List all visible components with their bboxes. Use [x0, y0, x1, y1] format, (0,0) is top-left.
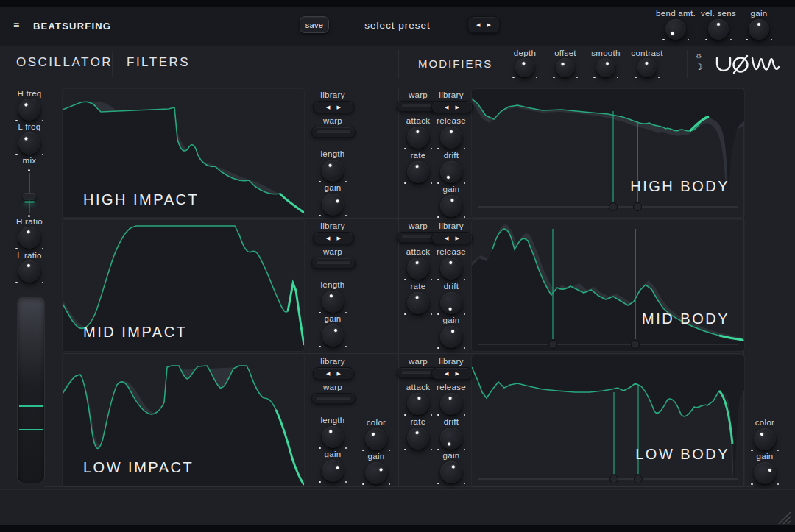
tab-filters[interactable]: FILTERS — [127, 55, 190, 74]
impact-gain-knob[interactable] — [322, 324, 344, 347]
attack-knob[interactable] — [407, 258, 429, 280]
length-label: length — [309, 416, 356, 425]
library-label: library — [309, 357, 356, 366]
body-range-handle[interactable] — [610, 475, 618, 483]
library-next-icon[interactable]: ▶ — [456, 104, 459, 110]
tabbar-border — [0, 82, 795, 82]
section-divider — [398, 50, 399, 78]
library-label: library — [429, 221, 473, 230]
length-label: length — [309, 280, 356, 289]
header-gain-knob[interactable] — [749, 19, 769, 40]
release-knob[interactable] — [440, 258, 462, 280]
mid-body-panel: MID BODY — [471, 219, 745, 352]
impact-gain-knob[interactable] — [322, 194, 344, 216]
menu-icon[interactable]: ≡ — [13, 19, 19, 31]
mid-body-curve[interactable] — [472, 229, 744, 351]
warp-slider[interactable] — [311, 393, 356, 404]
length-knob[interactable] — [322, 291, 344, 313]
body-gain-knob[interactable] — [440, 461, 462, 483]
l-freq-knob[interactable] — [18, 132, 40, 155]
tab-oscillator[interactable]: OSCILLATOR — [16, 55, 113, 70]
impact-gain-knob[interactable] — [322, 460, 344, 482]
release-knob[interactable] — [440, 393, 462, 415]
offset-knob[interactable] — [556, 58, 575, 77]
footer-bar — [0, 489, 795, 525]
mix-label: mix — [7, 156, 52, 165]
library-selector: ◀ ▶ — [431, 101, 473, 113]
preset-prev-icon[interactable]: ◀ — [476, 22, 480, 27]
preset-next-icon[interactable]: ▶ — [487, 22, 491, 27]
length-knob[interactable] — [322, 160, 344, 182]
library-prev-icon[interactable]: ◀ — [326, 235, 330, 241]
mix-slider-top-dot — [28, 169, 30, 171]
body-range-handle[interactable] — [610, 203, 618, 211]
body-range-handle[interactable] — [632, 341, 640, 349]
library-prev-icon[interactable]: ◀ — [326, 104, 330, 110]
contrast-label: contrast — [625, 49, 669, 57]
library-next-icon[interactable]: ▶ — [456, 235, 459, 241]
depth-knob[interactable] — [515, 58, 534, 77]
library-next-icon[interactable]: ▶ — [337, 371, 341, 376]
body-range-handle[interactable] — [635, 475, 643, 483]
panel-title: LOW IMPACT — [83, 459, 194, 476]
h-freq-knob[interactable] — [18, 99, 40, 121]
body-range-handle[interactable] — [634, 203, 642, 211]
tab-divider — [112, 52, 113, 77]
modifiers-label: MODIFIERS — [418, 57, 492, 70]
vel-sens-knob[interactable] — [708, 19, 729, 40]
save-button[interactable]: save — [300, 16, 329, 33]
body-color-gain-knob[interactable] — [754, 462, 776, 484]
mix-slider-handle[interactable] — [23, 193, 36, 200]
bend-amt-knob[interactable] — [665, 19, 686, 40]
attack-knob[interactable] — [407, 393, 429, 415]
low-body-panel: LOW BODY — [471, 355, 745, 487]
release-knob[interactable] — [440, 127, 462, 149]
warp-slider[interactable] — [311, 258, 356, 269]
mix-slider-glow — [24, 201, 35, 203]
resize-grip-icon[interactable] — [771, 505, 791, 524]
gain-label: gain — [735, 9, 782, 18]
library-next-icon[interactable]: ▶ — [337, 235, 341, 241]
l-ratio-knob[interactable] — [18, 260, 40, 283]
library-selector: ◀ ▶ — [313, 101, 354, 113]
drift-knob[interactable] — [440, 292, 462, 314]
sun-icon[interactable]: ☼ — [695, 52, 702, 60]
library-prev-icon[interactable]: ◀ — [445, 104, 448, 110]
body-gain-knob[interactable] — [440, 326, 462, 348]
impact-color-knob[interactable] — [365, 428, 387, 450]
row-divider — [62, 218, 742, 219]
panel-title: LOW BODY — [635, 446, 729, 463]
drift-knob[interactable] — [440, 428, 462, 450]
smooth-knob[interactable] — [596, 58, 615, 77]
h-ratio-label: H ratio — [7, 217, 52, 226]
library-selector: ◀ ▶ — [313, 367, 354, 380]
drift-knob[interactable] — [440, 161, 462, 183]
length-knob[interactable] — [322, 426, 344, 448]
h-ratio-knob[interactable] — [18, 227, 40, 249]
moon-icon[interactable]: ☽ — [695, 63, 703, 71]
library-prev-icon[interactable]: ◀ — [445, 371, 448, 376]
drift-label: drift — [429, 417, 473, 426]
window-top-strip — [0, 0, 795, 7]
library-label: library — [309, 221, 356, 230]
library-prev-icon[interactable]: ◀ — [326, 371, 330, 376]
impact-color-gain-knob[interactable] — [365, 462, 387, 484]
body-color-knob[interactable] — [754, 428, 776, 450]
drift-label: drift — [429, 282, 473, 291]
library-next-icon[interactable]: ▶ — [456, 371, 459, 376]
rate-knob[interactable] — [407, 292, 429, 314]
output-fader[interactable] — [17, 297, 45, 483]
high-body-curve[interactable] — [472, 89, 744, 191]
library-selector: ◀ ▶ — [431, 367, 473, 380]
contrast-knob[interactable] — [637, 58, 657, 77]
body-gain-knob[interactable] — [440, 195, 462, 217]
rate-knob[interactable] — [407, 161, 429, 183]
rate-knob[interactable] — [407, 428, 429, 450]
body-range-handle[interactable] — [549, 341, 557, 349]
length-label: length — [309, 149, 356, 158]
attack-knob[interactable] — [407, 127, 429, 149]
library-prev-icon[interactable]: ◀ — [445, 235, 448, 241]
library-next-icon[interactable]: ▶ — [337, 104, 341, 110]
library-label: library — [429, 357, 473, 366]
warp-slider[interactable] — [311, 127, 356, 138]
